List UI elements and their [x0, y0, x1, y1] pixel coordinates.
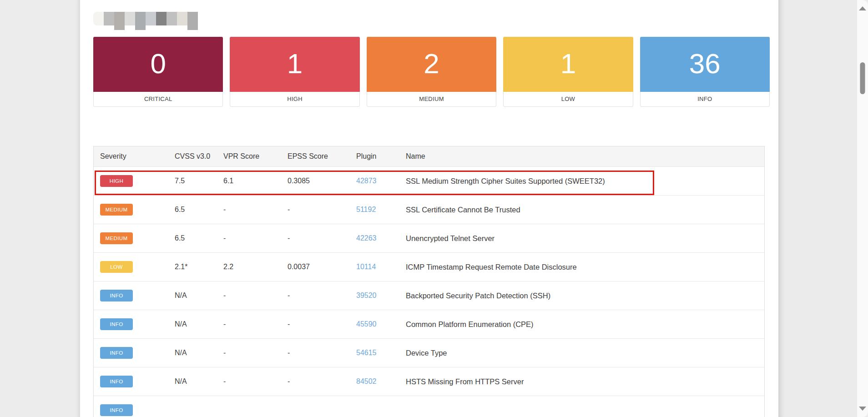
- header-epss-score: EPSS Score: [288, 152, 356, 161]
- table-row: INFO: [94, 396, 764, 417]
- table-row: INFO N/A - - 54615 Device Type: [94, 338, 764, 367]
- vpr-value: -: [223, 291, 288, 300]
- severity-badge: HIGH: [100, 175, 133, 187]
- cvss-value: 6.5: [175, 206, 223, 214]
- plugin-id-link[interactable]: 39520: [356, 291, 377, 299]
- table-row: MEDIUM 6.5 - - 42263 Unencrypted Telnet …: [94, 224, 764, 252]
- redacted-block: [177, 12, 187, 25]
- vulnerability-name: SSL Certificate Cannot Be Trusted: [406, 206, 764, 214]
- epss-value: -: [288, 206, 356, 214]
- redacted-block: [187, 12, 198, 30]
- cvss-value: N/A: [175, 291, 223, 300]
- table-header-row: Severity CVSS v3.0 VPR Score EPSS Score …: [94, 146, 764, 166]
- table-row: LOW 2.1* 2.2 0.0037 10114 ICMP Timestamp…: [94, 252, 764, 281]
- severity-card-label: INFO: [640, 92, 770, 107]
- header-plugin: Plugin: [356, 152, 406, 161]
- severity-card-count: 0: [93, 37, 223, 92]
- vpr-value: 6.1: [223, 177, 288, 185]
- vulnerability-name: HSTS Missing From HTTPS Server: [406, 377, 764, 386]
- vpr-value: -: [223, 234, 288, 242]
- table-row: INFO N/A - - 45590 Common Platform Enume…: [94, 310, 764, 338]
- plugin-id-link[interactable]: 54615: [356, 349, 377, 357]
- redacted-block: [146, 12, 156, 25]
- scroll-up-arrow-icon[interactable]: [859, 6, 866, 10]
- table-row: HIGH 7.5 6.1 0.3085 42873 SSL Medium Str…: [94, 166, 764, 195]
- epss-value: 0.0037: [288, 263, 356, 271]
- header-cvss: CVSS v3.0: [175, 152, 223, 161]
- vpr-value: -: [223, 349, 288, 357]
- cvss-value: 2.1*: [175, 263, 223, 271]
- header-name: Name: [406, 152, 764, 161]
- cvss-value: N/A: [175, 320, 223, 328]
- table-row: INFO N/A - - 84502 HSTS Missing From HTT…: [94, 367, 764, 396]
- redacted-block: [156, 12, 167, 25]
- table-row: MEDIUM 6.5 - - 51192 SSL Certificate Can…: [94, 195, 764, 224]
- epss-value: -: [288, 234, 356, 242]
- severity-card-count: 1: [503, 37, 633, 92]
- epss-value: -: [288, 349, 356, 357]
- vulnerability-table: Severity CVSS v3.0 VPR Score EPSS Score …: [93, 146, 765, 417]
- redacted-host-title: [93, 0, 770, 32]
- severity-card: 36 INFO: [640, 37, 770, 107]
- epss-value: 0.3085: [288, 177, 356, 185]
- scan-report-page: 0 CRITICAL 1 HIGH 2 MEDIUM 1 LOW 36 INFO…: [0, 0, 868, 417]
- vpr-value: 2.2: [223, 263, 288, 271]
- vulnerability-name: Common Platform Enumeration (CPE): [406, 320, 764, 329]
- epss-value: -: [288, 377, 356, 386]
- vulnerability-name: ICMP Timestamp Request Remote Date Discl…: [406, 263, 764, 271]
- scroll-down-arrow-icon[interactable]: [859, 407, 866, 411]
- cvss-value: N/A: [175, 377, 223, 386]
- redacted-block: [125, 12, 135, 25]
- severity-card-count: 1: [230, 37, 359, 92]
- redacted-block: [114, 12, 125, 30]
- vpr-value: -: [223, 320, 288, 328]
- severity-badge: MEDIUM: [100, 204, 133, 216]
- severity-badge: INFO: [100, 290, 133, 301]
- plugin-id-link[interactable]: 10114: [356, 263, 376, 271]
- severity-card-count: 2: [367, 37, 496, 92]
- severity-badge: MEDIUM: [100, 232, 133, 244]
- plugin-id-link[interactable]: 45590: [356, 320, 377, 328]
- report-sheet: 0 CRITICAL 1 HIGH 2 MEDIUM 1 LOW 36 INFO…: [80, 0, 778, 417]
- plugin-id-link[interactable]: 42873: [356, 177, 377, 185]
- redacted-block: [135, 12, 146, 30]
- vpr-value: -: [223, 206, 288, 214]
- severity-card: 0 CRITICAL: [93, 37, 223, 107]
- page-right-gutter: [778, 0, 857, 417]
- plugin-id-link[interactable]: 84502: [356, 377, 377, 385]
- severity-card-count: 36: [640, 37, 770, 92]
- plugin-id-link[interactable]: 42263: [356, 234, 377, 242]
- header-severity: Severity: [100, 152, 175, 161]
- cvss-value: N/A: [175, 349, 223, 357]
- severity-summary-cards: 0 CRITICAL 1 HIGH 2 MEDIUM 1 LOW 36 INFO: [93, 37, 770, 107]
- vulnerability-name: Backported Security Patch Detection (SSH…: [406, 291, 764, 300]
- severity-card: 2 MEDIUM: [367, 37, 496, 107]
- vpr-value: -: [223, 377, 288, 386]
- cvss-value: 7.5: [175, 177, 223, 185]
- vulnerability-name: SSL Medium Strength Cipher Suites Suppor…: [406, 177, 764, 186]
- severity-badge: INFO: [100, 318, 133, 330]
- vulnerability-name: Unencrypted Telnet Server: [406, 234, 764, 243]
- vulnerability-name: Device Type: [406, 349, 764, 357]
- redacted-block: [93, 12, 104, 25]
- severity-card-label: HIGH: [230, 92, 359, 107]
- severity-card-label: LOW: [503, 92, 633, 107]
- epss-value: -: [288, 291, 356, 300]
- severity-card: 1 HIGH: [230, 37, 359, 107]
- page-left-gutter: [0, 0, 80, 417]
- table-row: INFO N/A - - 39520 Backported Security P…: [94, 281, 764, 310]
- severity-card-label: CRITICAL: [93, 92, 223, 107]
- severity-card-label: MEDIUM: [367, 92, 496, 107]
- severity-card: 1 LOW: [503, 37, 633, 107]
- redacted-block: [104, 12, 114, 25]
- plugin-id-link[interactable]: 51192: [356, 206, 376, 213]
- severity-badge: LOW: [100, 261, 133, 273]
- severity-badge: INFO: [100, 404, 133, 416]
- cvss-value: 6.5: [175, 234, 223, 242]
- severity-badge: INFO: [100, 376, 133, 387]
- vertical-scrollbar[interactable]: [857, 0, 868, 417]
- scrollbar-thumb[interactable]: [860, 62, 865, 94]
- epss-value: -: [288, 320, 356, 328]
- redacted-block: [167, 12, 177, 25]
- header-vpr-score: VPR Score: [223, 152, 288, 161]
